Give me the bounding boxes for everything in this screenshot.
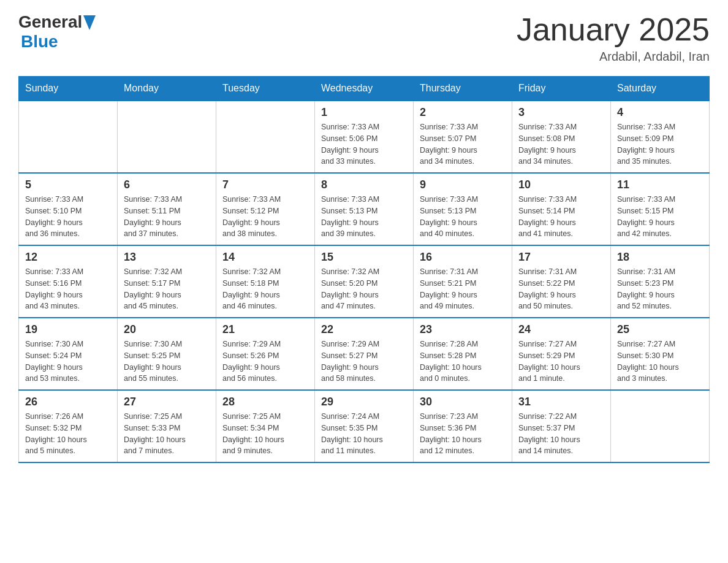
calendar-cell: 20Sunrise: 7:30 AM Sunset: 5:25 PM Dayli… bbox=[118, 318, 216, 390]
calendar-cell: 8Sunrise: 7:33 AM Sunset: 5:13 PM Daylig… bbox=[315, 173, 414, 245]
day-info: Sunrise: 7:33 AM Sunset: 5:14 PM Dayligh… bbox=[518, 194, 604, 240]
day-info: Sunrise: 7:25 AM Sunset: 5:34 PM Dayligh… bbox=[222, 411, 308, 457]
day-info: Sunrise: 7:22 AM Sunset: 5:37 PM Dayligh… bbox=[518, 411, 604, 457]
day-number: 3 bbox=[518, 106, 604, 119]
day-info: Sunrise: 7:28 AM Sunset: 5:28 PM Dayligh… bbox=[420, 339, 506, 385]
day-info: Sunrise: 7:33 AM Sunset: 5:13 PM Dayligh… bbox=[420, 194, 506, 240]
day-info: Sunrise: 7:32 AM Sunset: 5:20 PM Dayligh… bbox=[321, 266, 407, 312]
day-info: Sunrise: 7:29 AM Sunset: 5:27 PM Dayligh… bbox=[321, 339, 407, 385]
calendar-cell bbox=[611, 390, 710, 462]
calendar-cell: 29Sunrise: 7:24 AM Sunset: 5:35 PM Dayli… bbox=[315, 390, 414, 462]
day-number: 7 bbox=[222, 178, 308, 191]
day-info: Sunrise: 7:24 AM Sunset: 5:35 PM Dayligh… bbox=[321, 411, 407, 457]
calendar-cell: 30Sunrise: 7:23 AM Sunset: 5:36 PM Dayli… bbox=[414, 390, 512, 462]
calendar-cell: 26Sunrise: 7:26 AM Sunset: 5:32 PM Dayli… bbox=[19, 390, 118, 462]
day-info: Sunrise: 7:32 AM Sunset: 5:18 PM Dayligh… bbox=[222, 266, 308, 312]
day-number: 21 bbox=[222, 323, 308, 336]
day-number: 17 bbox=[518, 251, 604, 264]
calendar-cell: 27Sunrise: 7:25 AM Sunset: 5:33 PM Dayli… bbox=[118, 390, 216, 462]
day-info: Sunrise: 7:30 AM Sunset: 5:25 PM Dayligh… bbox=[124, 339, 210, 385]
calendar-cell: 11Sunrise: 7:33 AM Sunset: 5:15 PM Dayli… bbox=[611, 173, 710, 245]
calendar-cell bbox=[118, 101, 216, 173]
day-number: 24 bbox=[518, 323, 604, 336]
calendar-cell bbox=[19, 101, 118, 173]
day-number: 2 bbox=[420, 106, 506, 119]
calendar-cell: 28Sunrise: 7:25 AM Sunset: 5:34 PM Dayli… bbox=[216, 390, 315, 462]
day-number: 8 bbox=[321, 178, 407, 191]
day-info: Sunrise: 7:33 AM Sunset: 5:08 PM Dayligh… bbox=[518, 121, 604, 167]
calendar-cell: 7Sunrise: 7:33 AM Sunset: 5:12 PM Daylig… bbox=[216, 173, 315, 245]
day-info: Sunrise: 7:33 AM Sunset: 5:10 PM Dayligh… bbox=[25, 194, 111, 240]
calendar-cell: 23Sunrise: 7:28 AM Sunset: 5:28 PM Dayli… bbox=[414, 318, 512, 390]
day-number: 11 bbox=[617, 178, 703, 191]
calendar-cell: 3Sunrise: 7:33 AM Sunset: 5:08 PM Daylig… bbox=[512, 101, 611, 173]
calendar-cell: 14Sunrise: 7:32 AM Sunset: 5:18 PM Dayli… bbox=[216, 245, 315, 318]
day-info: Sunrise: 7:31 AM Sunset: 5:23 PM Dayligh… bbox=[617, 266, 703, 312]
calendar-week-row: 12Sunrise: 7:33 AM Sunset: 5:16 PM Dayli… bbox=[19, 245, 710, 318]
calendar-cell: 17Sunrise: 7:31 AM Sunset: 5:22 PM Dayli… bbox=[512, 245, 611, 318]
svg-marker-0 bbox=[83, 15, 96, 30]
day-info: Sunrise: 7:33 AM Sunset: 5:11 PM Dayligh… bbox=[124, 194, 210, 240]
logo: General Blue bbox=[18, 12, 97, 52]
calendar-cell: 4Sunrise: 7:33 AM Sunset: 5:09 PM Daylig… bbox=[611, 101, 710, 173]
calendar-cell: 24Sunrise: 7:27 AM Sunset: 5:29 PM Dayli… bbox=[512, 318, 611, 390]
day-number: 29 bbox=[321, 396, 407, 408]
title-section: January 2025 Ardabil, Ardabil, Iran bbox=[517, 12, 710, 64]
calendar-cell: 19Sunrise: 7:30 AM Sunset: 5:24 PM Dayli… bbox=[19, 318, 118, 390]
calendar-cell: 15Sunrise: 7:32 AM Sunset: 5:20 PM Dayli… bbox=[315, 245, 414, 318]
day-info: Sunrise: 7:33 AM Sunset: 5:06 PM Dayligh… bbox=[321, 121, 407, 167]
day-number: 23 bbox=[420, 323, 506, 336]
day-info: Sunrise: 7:33 AM Sunset: 5:12 PM Dayligh… bbox=[222, 194, 308, 240]
day-info: Sunrise: 7:25 AM Sunset: 5:33 PM Dayligh… bbox=[124, 411, 210, 457]
calendar-cell: 16Sunrise: 7:31 AM Sunset: 5:21 PM Dayli… bbox=[414, 245, 512, 318]
logo-blue-text: Blue bbox=[21, 32, 58, 51]
logo-general-text: General bbox=[18, 12, 82, 32]
day-info: Sunrise: 7:32 AM Sunset: 5:17 PM Dayligh… bbox=[124, 266, 210, 312]
day-number: 13 bbox=[124, 251, 210, 264]
day-info: Sunrise: 7:33 AM Sunset: 5:07 PM Dayligh… bbox=[420, 121, 506, 167]
calendar-week-row: 26Sunrise: 7:26 AM Sunset: 5:32 PM Dayli… bbox=[19, 390, 710, 462]
day-number: 26 bbox=[25, 396, 111, 408]
day-info: Sunrise: 7:33 AM Sunset: 5:16 PM Dayligh… bbox=[25, 266, 111, 312]
logo-arrow-icon bbox=[83, 15, 96, 30]
page-header: General Blue January 2025 Ardabil, Ardab… bbox=[18, 12, 710, 64]
calendar-week-row: 5Sunrise: 7:33 AM Sunset: 5:10 PM Daylig… bbox=[19, 173, 710, 245]
day-number: 18 bbox=[617, 251, 703, 264]
calendar-day-header: Wednesday bbox=[315, 77, 414, 101]
day-number: 9 bbox=[420, 178, 506, 191]
calendar-cell bbox=[216, 101, 315, 173]
day-info: Sunrise: 7:30 AM Sunset: 5:24 PM Dayligh… bbox=[25, 339, 111, 385]
day-number: 16 bbox=[420, 251, 506, 264]
day-number: 30 bbox=[420, 396, 506, 408]
calendar-day-header: Sunday bbox=[19, 77, 118, 101]
calendar-day-header: Tuesday bbox=[216, 77, 315, 101]
day-info: Sunrise: 7:33 AM Sunset: 5:13 PM Dayligh… bbox=[321, 194, 407, 240]
day-number: 10 bbox=[518, 178, 604, 191]
calendar-cell: 5Sunrise: 7:33 AM Sunset: 5:10 PM Daylig… bbox=[19, 173, 118, 245]
month-year-title: January 2025 bbox=[517, 12, 710, 47]
calendar-cell: 31Sunrise: 7:22 AM Sunset: 5:37 PM Dayli… bbox=[512, 390, 611, 462]
calendar-cell: 9Sunrise: 7:33 AM Sunset: 5:13 PM Daylig… bbox=[414, 173, 512, 245]
day-number: 25 bbox=[617, 323, 703, 336]
calendar-week-row: 1Sunrise: 7:33 AM Sunset: 5:06 PM Daylig… bbox=[19, 101, 710, 173]
day-number: 27 bbox=[124, 396, 210, 408]
calendar-header-row: SundayMondayTuesdayWednesdayThursdayFrid… bbox=[19, 77, 710, 101]
day-number: 1 bbox=[321, 106, 407, 119]
day-number: 12 bbox=[25, 251, 111, 264]
calendar-cell: 6Sunrise: 7:33 AM Sunset: 5:11 PM Daylig… bbox=[118, 173, 216, 245]
day-number: 14 bbox=[222, 251, 308, 264]
calendar-day-header: Monday bbox=[118, 77, 216, 101]
calendar-cell: 13Sunrise: 7:32 AM Sunset: 5:17 PM Dayli… bbox=[118, 245, 216, 318]
day-info: Sunrise: 7:26 AM Sunset: 5:32 PM Dayligh… bbox=[25, 411, 111, 457]
day-number: 19 bbox=[25, 323, 111, 336]
day-info: Sunrise: 7:27 AM Sunset: 5:30 PM Dayligh… bbox=[617, 339, 703, 385]
day-info: Sunrise: 7:33 AM Sunset: 5:15 PM Dayligh… bbox=[617, 194, 703, 240]
day-number: 22 bbox=[321, 323, 407, 336]
calendar-cell: 2Sunrise: 7:33 AM Sunset: 5:07 PM Daylig… bbox=[414, 101, 512, 173]
location-subtitle: Ardabil, Ardabil, Iran bbox=[517, 50, 710, 64]
calendar-table: SundayMondayTuesdayWednesdayThursdayFrid… bbox=[18, 76, 710, 463]
day-number: 15 bbox=[321, 251, 407, 264]
calendar-cell: 22Sunrise: 7:29 AM Sunset: 5:27 PM Dayli… bbox=[315, 318, 414, 390]
calendar-cell: 10Sunrise: 7:33 AM Sunset: 5:14 PM Dayli… bbox=[512, 173, 611, 245]
day-number: 4 bbox=[617, 106, 703, 119]
